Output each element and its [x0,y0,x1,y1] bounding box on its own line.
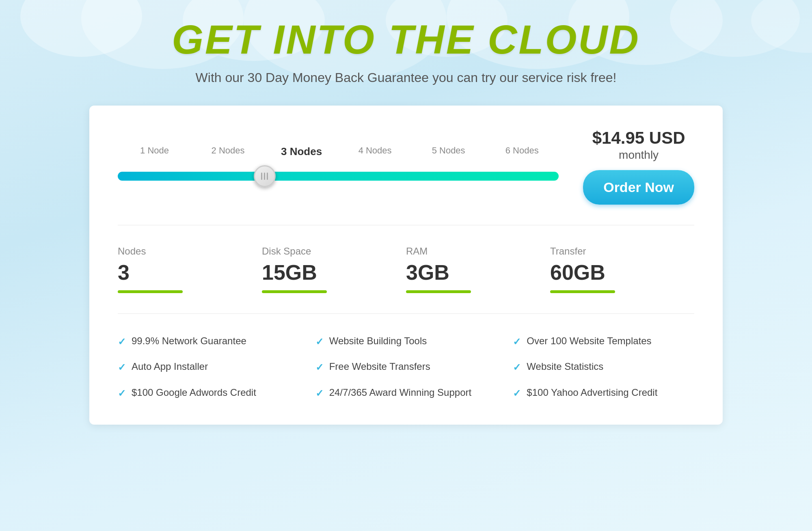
stat-ram-label: RAM [406,246,550,257]
price-period: monthly [583,148,694,162]
slider-handle-lines [261,173,268,180]
stat-diskspace-label: Disk Space [262,246,406,257]
stat-nodes-label: Nodes [118,246,262,257]
page-wrapper: GET INTO THE CLOUD With our 30 Day Money… [0,0,812,425]
stat-diskspace-bar [262,290,327,293]
check-icon-4: ✓ [315,335,324,349]
feature-yahoo-advertising: ✓ $100 Yahoo Advertising Credit [513,386,694,400]
feature-support: ✓ 24/7/365 Award Winning Support [315,386,497,400]
feature-google-adwords: ✓ $100 Google Adwords Credit [118,386,299,400]
feature-free-transfers-text: Free Website Transfers [329,360,430,373]
check-icon-6: ✓ [315,386,324,400]
feature-auto-app-installer-text: Auto App Installer [132,360,208,373]
feature-network-guarantee-text: 99.9% Network Guarantee [132,334,246,348]
slider-handle-line-3 [267,173,268,180]
features-col-1: ✓ 99.9% Network Guarantee ✓ Auto App Ins… [118,334,299,400]
feature-website-statistics: ✓ Website Statistics [513,360,694,374]
feature-website-templates: ✓ Over 100 Website Templates [513,334,694,349]
feature-auto-app-installer: ✓ Auto App Installer [118,360,299,374]
feature-network-guarantee: ✓ 99.9% Network Guarantee [118,334,299,349]
check-icon-8: ✓ [513,360,521,374]
feature-google-adwords-text: $100 Google Adwords Credit [132,386,256,399]
feature-free-transfers: ✓ Free Website Transfers [315,360,497,374]
stat-ram-bar [406,290,471,293]
stat-transfer-value: 60GB [550,260,694,285]
check-icon-9: ✓ [513,386,521,400]
stat-nodes-bar [118,290,183,293]
stat-transfer-label: Transfer [550,246,694,257]
node-label-4[interactable]: 4 Nodes [338,145,412,158]
feature-support-text: 24/7/365 Award Winning Support [329,386,471,399]
stat-ram-value: 3GB [406,260,550,285]
features-col-2: ✓ Website Building Tools ✓ Free Website … [315,334,497,400]
check-icon-7: ✓ [513,335,521,349]
price-amount: $14.95 USD [592,128,685,147]
order-now-button[interactable]: Order Now [583,170,694,205]
stat-nodes-value: 3 [118,260,262,285]
stat-transfer: Transfer 60GB [550,246,694,293]
features-col-3: ✓ Over 100 Website Templates ✓ Website S… [513,334,694,400]
feature-website-building-text: Website Building Tools [329,334,427,348]
check-icon-5: ✓ [315,360,324,374]
main-card: 1 Node 2 Nodes 3 Nodes 4 Nodes 5 Nodes 6… [89,106,723,425]
stats-section: Nodes 3 Disk Space 15GB RAM 3GB Transfer… [118,246,694,314]
feature-website-statistics-text: Website Statistics [527,360,603,373]
slider-track-wrapper[interactable] [118,165,559,187]
stat-transfer-bar [550,290,615,293]
check-icon-2: ✓ [118,360,126,374]
check-icon-1: ✓ [118,335,126,349]
feature-website-building: ✓ Website Building Tools [315,334,497,349]
node-labels: 1 Node 2 Nodes 3 Nodes 4 Nodes 5 Nodes 6… [118,145,559,158]
stat-diskspace: Disk Space 15GB [262,246,406,293]
node-label-2[interactable]: 2 Nodes [191,145,265,158]
slider-handle[interactable] [254,165,276,187]
node-label-5[interactable]: 5 Nodes [412,145,485,158]
node-label-6[interactable]: 6 Nodes [485,145,559,158]
stat-ram: RAM 3GB [406,246,550,293]
sub-headline: With our 30 Day Money Back Guarantee you… [196,70,617,85]
features-section: ✓ 99.9% Network Guarantee ✓ Auto App Ins… [118,334,694,400]
slider-area: 1 Node 2 Nodes 3 Nodes 4 Nodes 5 Nodes 6… [118,145,559,187]
price-order-area: $14.95 USD monthly Order Now [583,128,694,205]
feature-website-templates-text: Over 100 Website Templates [527,334,651,348]
main-headline: GET INTO THE CLOUD [172,16,640,63]
feature-yahoo-advertising-text: $100 Yahoo Advertising Credit [527,386,657,399]
slider-section: 1 Node 2 Nodes 3 Nodes 4 Nodes 5 Nodes 6… [118,128,694,225]
stat-diskspace-value: 15GB [262,260,406,285]
slider-track [118,172,559,181]
node-label-1[interactable]: 1 Node [118,145,191,158]
slider-handle-line-2 [264,173,265,180]
price-display: $14.95 USD monthly [583,128,694,162]
check-icon-3: ✓ [118,386,126,400]
stat-nodes: Nodes 3 [118,246,262,293]
slider-handle-line-1 [261,173,262,180]
node-label-3[interactable]: 3 Nodes [265,145,338,158]
